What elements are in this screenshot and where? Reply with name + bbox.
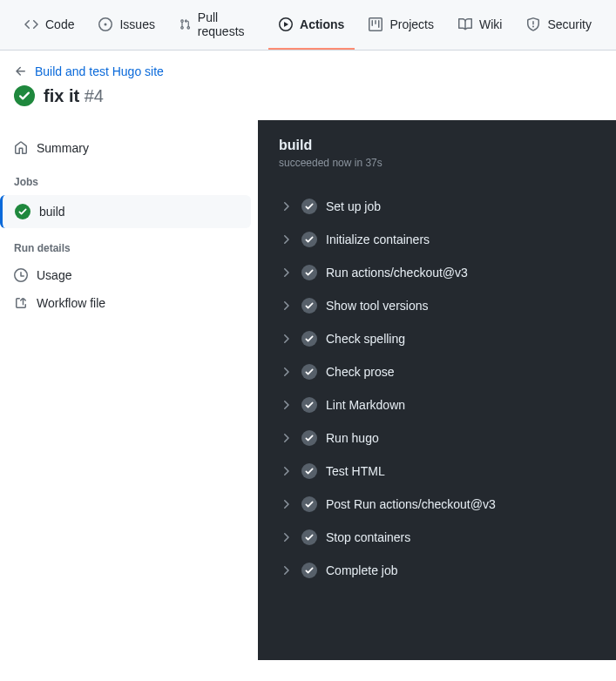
tab-label: Pull requests bbox=[198, 10, 254, 38]
job-log-panel: build succeeded now in 37s Set up jobIni… bbox=[258, 120, 616, 660]
tab-label: Issues bbox=[119, 17, 154, 31]
check-circle-icon bbox=[301, 331, 317, 347]
chevron-right-icon bbox=[279, 365, 293, 379]
arrow-left-icon bbox=[14, 64, 28, 78]
book-icon bbox=[458, 17, 472, 31]
tab-issues[interactable]: Issues bbox=[88, 0, 165, 50]
step-name: Show tool versions bbox=[326, 299, 429, 313]
check-circle-icon bbox=[301, 364, 317, 380]
run-header: Build and test Hugo site fix it #4 bbox=[0, 51, 616, 120]
step-name: Lint Markdown bbox=[326, 398, 405, 412]
run-title-text: fix it bbox=[44, 86, 79, 105]
step-row[interactable]: Show tool versions bbox=[279, 289, 595, 322]
tab-label: Code bbox=[45, 17, 74, 31]
check-circle-icon bbox=[15, 204, 30, 219]
step-row[interactable]: Complete job bbox=[279, 554, 595, 587]
steps-list: Set up jobInitialize containersRun actio… bbox=[279, 190, 595, 587]
check-circle-icon bbox=[301, 265, 317, 280]
check-circle-icon bbox=[301, 199, 317, 214]
job-status: succeeded now in 37s bbox=[279, 157, 595, 169]
run-number: #4 bbox=[85, 86, 104, 105]
check-circle-icon bbox=[301, 397, 317, 413]
step-name: Check spelling bbox=[326, 332, 405, 346]
check-circle-icon bbox=[301, 529, 317, 545]
run-title-row: fix it #4 bbox=[14, 85, 602, 106]
project-icon bbox=[369, 17, 382, 31]
breadcrumb[interactable]: Build and test Hugo site bbox=[14, 64, 602, 78]
sidebar-heading-details: Run details bbox=[0, 228, 258, 261]
check-circle-icon bbox=[301, 496, 317, 512]
sidebar-item-label: build bbox=[39, 205, 65, 219]
home-icon bbox=[14, 141, 28, 155]
tab-projects[interactable]: Projects bbox=[358, 0, 444, 50]
tab-pull-requests[interactable]: Pull requests bbox=[169, 0, 265, 50]
chevron-right-icon bbox=[279, 497, 293, 511]
chevron-right-icon bbox=[279, 464, 293, 478]
chevron-right-icon bbox=[279, 199, 293, 213]
meter-icon bbox=[14, 268, 28, 282]
sidebar-heading-jobs: Jobs bbox=[0, 162, 258, 195]
chevron-right-icon bbox=[279, 266, 293, 280]
step-row[interactable]: Lint Markdown bbox=[279, 388, 595, 421]
step-name: Post Run actions/checkout@v3 bbox=[326, 497, 496, 511]
step-row[interactable]: Check spelling bbox=[279, 322, 595, 355]
sidebar-item-job-build[interactable]: build bbox=[0, 195, 251, 228]
step-row[interactable]: Set up job bbox=[279, 190, 595, 223]
sidebar-item-label: Usage bbox=[37, 268, 71, 282]
file-icon bbox=[14, 296, 28, 310]
check-circle-icon bbox=[301, 430, 317, 446]
repo-tabs: Code Issues Pull requests Actions Projec… bbox=[0, 0, 616, 51]
sidebar-item-label: Summary bbox=[37, 141, 89, 155]
step-row[interactable]: Test HTML bbox=[279, 455, 595, 488]
step-row[interactable]: Run hugo bbox=[279, 421, 595, 455]
step-name: Complete job bbox=[326, 563, 398, 577]
job-name: build bbox=[279, 138, 595, 153]
chevron-right-icon bbox=[279, 332, 293, 346]
step-name: Initialize containers bbox=[326, 233, 430, 246]
step-name: Stop containers bbox=[326, 530, 410, 544]
step-name: Run actions/checkout@v3 bbox=[326, 266, 468, 280]
sidebar-item-usage[interactable]: Usage bbox=[0, 261, 258, 289]
check-circle-icon bbox=[301, 563, 317, 578]
chevron-right-icon bbox=[279, 299, 293, 313]
step-row[interactable]: Initialize containers bbox=[279, 223, 595, 256]
tab-wiki[interactable]: Wiki bbox=[448, 0, 512, 50]
code-icon bbox=[24, 17, 38, 31]
chevron-right-icon bbox=[279, 530, 293, 544]
tab-label: Security bbox=[547, 17, 592, 31]
tab-label: Projects bbox=[389, 17, 434, 31]
step-row[interactable]: Stop containers bbox=[279, 521, 595, 554]
shield-icon bbox=[526, 17, 540, 31]
chevron-right-icon bbox=[279, 398, 293, 412]
step-name: Set up job bbox=[326, 199, 381, 213]
step-row[interactable]: Check prose bbox=[279, 355, 595, 388]
tab-actions[interactable]: Actions bbox=[268, 0, 355, 50]
check-circle-icon bbox=[301, 232, 317, 247]
workflow-link: Build and test Hugo site bbox=[35, 64, 164, 78]
step-row[interactable]: Post Run actions/checkout@v3 bbox=[279, 488, 595, 521]
sidebar-item-workflow-file[interactable]: Workflow file bbox=[0, 289, 258, 317]
play-icon bbox=[279, 17, 293, 31]
chevron-right-icon bbox=[279, 431, 293, 445]
sidebar-item-summary[interactable]: Summary bbox=[0, 134, 258, 162]
tab-security[interactable]: Security bbox=[516, 0, 602, 50]
tab-code[interactable]: Code bbox=[14, 0, 85, 50]
step-row[interactable]: Run actions/checkout@v3 bbox=[279, 256, 595, 289]
sidebar-item-label: Workflow file bbox=[37, 296, 105, 310]
tab-label: Actions bbox=[300, 17, 344, 31]
chevron-right-icon bbox=[279, 563, 293, 577]
step-name: Test HTML bbox=[326, 464, 385, 478]
pull-request-icon bbox=[179, 17, 191, 31]
check-circle-icon bbox=[301, 298, 317, 314]
issue-icon bbox=[98, 17, 112, 31]
content: Summary Jobs build Run details Usage Wor… bbox=[0, 120, 616, 660]
step-name: Run hugo bbox=[326, 431, 379, 445]
tab-label: Wiki bbox=[479, 17, 502, 31]
check-circle-icon bbox=[301, 463, 317, 479]
run-title: fix it #4 bbox=[44, 86, 104, 106]
chevron-right-icon bbox=[279, 233, 293, 246]
check-circle-icon bbox=[14, 85, 35, 106]
sidebar: Summary Jobs build Run details Usage Wor… bbox=[0, 120, 258, 660]
step-name: Check prose bbox=[326, 365, 395, 379]
